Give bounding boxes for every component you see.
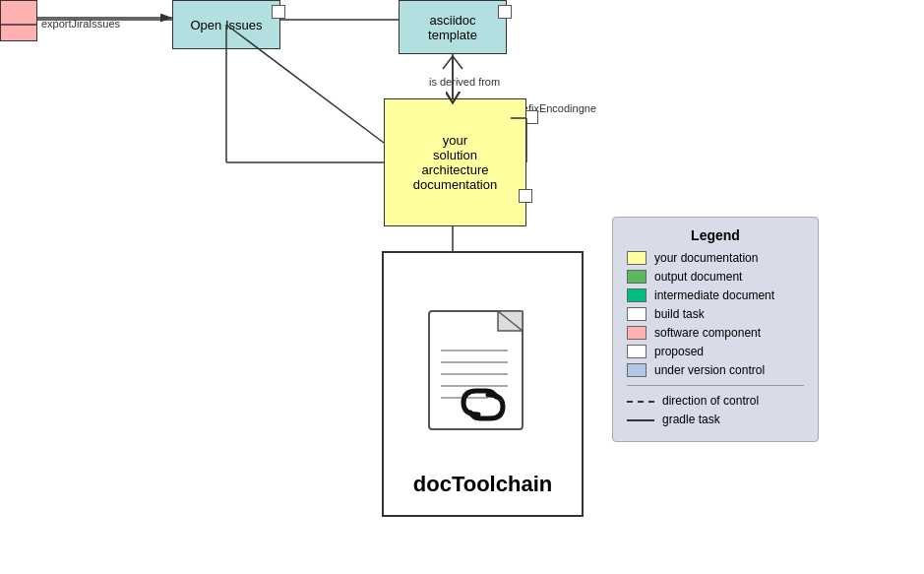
legend-label-4: software component xyxy=(654,326,761,340)
legend-line-item-0: direction of control xyxy=(627,394,804,408)
your-solution-node: yoursolutionarchitecturedocumentation xyxy=(384,98,526,226)
your-solution-badge xyxy=(519,189,532,203)
legend-line-0 xyxy=(627,401,654,403)
legend-label-5: proposed xyxy=(654,345,704,358)
asciidoc-node: asciidoctemplate xyxy=(399,0,507,54)
legend-item-0: your documentation xyxy=(627,251,804,265)
legend-item-4: software component xyxy=(627,326,804,340)
legend-label-0: your documentation xyxy=(654,251,758,265)
legend-line-item-1: gradle task xyxy=(627,413,804,426)
legend-label-2: intermediate document xyxy=(654,288,774,302)
legend-item-5: proposed xyxy=(627,345,804,358)
legend: Legend your documentation output documen… xyxy=(612,217,819,442)
pink-partial-node xyxy=(0,0,37,41)
legend-swatch-6 xyxy=(627,363,647,377)
legend-item-1: output document xyxy=(627,270,804,284)
legend-item-6: under version control xyxy=(627,363,804,377)
legend-divider xyxy=(627,385,804,386)
legend-line-label-1: gradle task xyxy=(662,413,720,426)
doctoolchain-box: docToolchain xyxy=(382,251,584,517)
doctoolchain-label: docToolchain xyxy=(413,472,552,497)
legend-swatch-4 xyxy=(627,326,647,340)
legend-item-3: build task xyxy=(627,307,804,321)
legend-label-1: output document xyxy=(654,270,742,284)
legend-swatch-1 xyxy=(627,270,647,284)
legend-label-6: under version control xyxy=(654,363,765,377)
legend-line-1 xyxy=(627,419,654,421)
derived-from-label: is derived from xyxy=(429,76,500,88)
legend-swatch-3 xyxy=(627,307,647,321)
prefix-badge-2 xyxy=(524,110,538,124)
legend-label-3: build task xyxy=(654,307,705,321)
open-issues-node: Open Issues xyxy=(172,0,280,49)
doctoolchain-icon xyxy=(419,301,547,464)
legend-title: Legend xyxy=(627,227,804,243)
legend-swatch-0 xyxy=(627,251,647,265)
asciidoc-badge xyxy=(498,5,512,19)
legend-swatch-5 xyxy=(627,345,647,358)
legend-swatch-2 xyxy=(627,288,647,302)
legend-line-label-0: direction of control xyxy=(662,394,759,408)
legend-item-2: intermediate document xyxy=(627,288,804,302)
diagram-area: exportJiraIssues Open Issues asciidoctem… xyxy=(0,0,924,574)
open-issues-badge xyxy=(272,5,285,19)
export-jira-label: exportJiraIssues xyxy=(41,18,120,30)
